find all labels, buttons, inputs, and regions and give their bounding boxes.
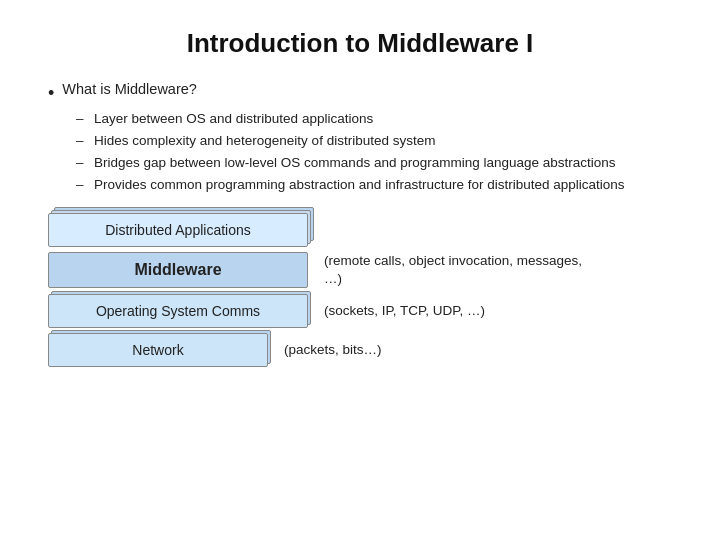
sub-bullet-4: – Provides common programming abstractio… [76, 176, 672, 195]
bullet-dot-icon: • [48, 83, 54, 104]
network-side-text: (packets, bits…) [284, 341, 382, 360]
diagram-row-1: Distributed Applications [48, 213, 672, 247]
sub-bullet-1: – Layer between OS and distributed appli… [76, 110, 672, 129]
diagram-row-4: Network (packets, bits…) [48, 333, 672, 367]
network-stack: Network [48, 333, 268, 367]
diagram: Distributed Applications Middleware (rem… [48, 213, 672, 368]
main-bullet-text: What is Middleware? [62, 81, 197, 97]
sub-bullet-text-2: Hides complexity and heterogeneity of di… [94, 132, 435, 151]
distributed-apps-stack: Distributed Applications [48, 213, 308, 247]
sub-bullet-3: – Bridges gap between low-level OS comma… [76, 154, 672, 173]
dash-icon-2: – [76, 132, 88, 151]
middleware-side-text: (remote calls, object invocation, messag… [324, 252, 584, 290]
dash-icon-1: – [76, 110, 88, 129]
os-comms-box: Operating System Comms [48, 294, 308, 328]
distributed-apps-box: Distributed Applications [48, 213, 308, 247]
sub-bullets: – Layer between OS and distributed appli… [76, 110, 672, 195]
sub-bullet-text-3: Bridges gap between low-level OS command… [94, 154, 616, 173]
network-box: Network [48, 333, 268, 367]
diagram-row-3: Operating System Comms (sockets, IP, TCP… [48, 294, 672, 328]
slide: Introduction to Middleware I • What is M… [0, 0, 720, 540]
dash-icon-3: – [76, 154, 88, 173]
os-comms-side-text: (sockets, IP, TCP, UDP, …) [324, 302, 485, 321]
os-comms-stack: Operating System Comms [48, 294, 308, 328]
diagram-row-2: Middleware (remote calls, object invocat… [48, 252, 672, 290]
sub-bullet-text-1: Layer between OS and distributed applica… [94, 110, 373, 129]
dash-icon-4: – [76, 176, 88, 195]
slide-title: Introduction to Middleware I [48, 28, 672, 59]
sub-bullet-2: – Hides complexity and heterogeneity of … [76, 132, 672, 151]
sub-bullet-text-4: Provides common programming abstraction … [94, 176, 625, 195]
middleware-box: Middleware [48, 252, 308, 288]
bullet-section: • What is Middleware? – Layer between OS… [48, 81, 672, 195]
main-bullet: • What is Middleware? [48, 81, 672, 104]
